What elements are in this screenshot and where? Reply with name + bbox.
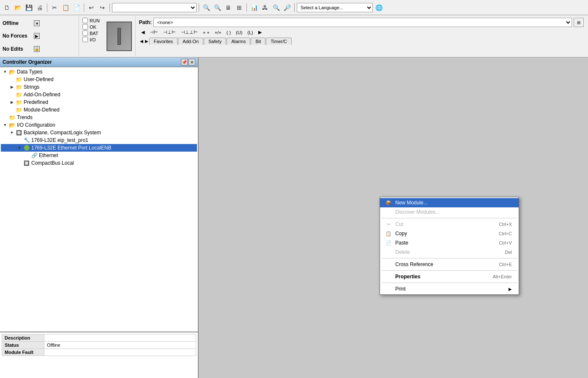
cut-btn[interactable]: ✂ — [49, 3, 60, 13]
forces-indicator[interactable]: ▶ — [34, 33, 40, 39]
ctx-print[interactable]: Print ▶ — [380, 284, 519, 294]
tree-item-ethernet[interactable]: 🔗 Ethernet — [1, 152, 197, 159]
ctx-delete[interactable]: Delete Del — [380, 247, 519, 257]
label-trends: Trends — [16, 114, 33, 120]
ladder-latch-btn[interactable]: (L) — [245, 29, 255, 36]
path-config-btn[interactable]: ⊞ — [574, 18, 584, 27]
io-checkbox[interactable] — [82, 37, 88, 42]
tree-item-io-config[interactable]: ▼ 📂 I/O Configuration — [1, 121, 197, 129]
tool4-btn[interactable]: ⊞ — [234, 3, 244, 13]
ctx-cross-ref-label: Cross Reference — [395, 261, 490, 267]
ctx-paste-shortcut: Ctrl+V — [499, 240, 512, 245]
ctx-new-module-label: New Module... — [395, 200, 503, 206]
tree-item-compactbus[interactable]: 🔲 CompactBus Local — [1, 159, 197, 167]
tree-item-strings[interactable]: ▶ 📁 Strings — [1, 83, 197, 91]
tab-favorites[interactable]: Favorites — [149, 38, 178, 45]
zoom-in-btn[interactable]: 🔍 — [271, 3, 281, 13]
tab-bit[interactable]: Bit — [251, 38, 265, 45]
print-btn[interactable]: 🖨 — [35, 3, 45, 13]
edits-indicator[interactable]: 🔒 — [34, 46, 40, 52]
ladder-contact-btn[interactable]: ⊣⊢ — [148, 29, 160, 36]
ctx-new-module[interactable]: 📦 New Module... — [380, 198, 519, 207]
ladder-contact2-btn[interactable]: ⊣⊥⊢ — [161, 29, 178, 36]
ok-checkbox[interactable] — [82, 24, 88, 30]
tree-item-1769-l32e-eth[interactable]: ▼ 🟢 1769-L32E Ethernet Port LocalENB — [1, 144, 197, 152]
tool1-btn[interactable]: 🔍 — [201, 3, 211, 13]
controller-organizer: Controller Organizer 📌 ✕ ▼ 📂 Data Types … — [0, 57, 199, 378]
tab-timer[interactable]: Timer/C — [266, 38, 292, 45]
ctx-properties[interactable]: Properties Alt+Enter — [380, 272, 519, 281]
ladder-next-btn[interactable]: ▶ — [256, 29, 264, 36]
tree-item-addon-defined[interactable]: 📁 Add-On-Defined — [1, 91, 197, 98]
open-btn[interactable]: 📂 — [13, 3, 23, 13]
new-btn[interactable]: 🗋 — [2, 3, 12, 13]
expand-addon-defined[interactable] — [8, 91, 15, 98]
expand-module-defined[interactable] — [8, 106, 15, 113]
expand-trends[interactable] — [2, 114, 8, 121]
run-checkbox[interactable] — [82, 18, 88, 23]
ladder-contact3-btn[interactable]: ⊣⊥⊥⊢ — [179, 29, 200, 36]
ladder-unlatch-btn[interactable]: (U) — [234, 29, 244, 36]
expand-data-types[interactable]: ▼ — [2, 68, 8, 75]
tool2-btn[interactable]: 🔍 — [212, 3, 222, 13]
ladder-prev-btn[interactable]: ◀ — [139, 29, 147, 36]
tab-safety[interactable]: Safety — [204, 38, 226, 45]
tree-item-module-defined[interactable]: 📁 Module-Defined — [1, 106, 197, 114]
expand-io-config[interactable]: ▼ — [2, 122, 8, 128]
path-combo[interactable]: <none> — [153, 18, 572, 27]
expand-compactbus[interactable] — [16, 160, 23, 166]
routine-combo[interactable] — [112, 3, 197, 12]
tree-item-1769-l32e[interactable]: 🔧 1769-L32E eip_test_pro1 — [1, 136, 197, 144]
save-btn[interactable]: 💾 — [24, 3, 34, 13]
expand-user-defined[interactable] — [8, 76, 15, 83]
label-1769-l32e: 1769-L32E eip_test_pro1 — [30, 137, 88, 143]
language-combo[interactable]: Select a Language... — [297, 3, 373, 12]
expand-backplane[interactable]: ▼ — [8, 129, 15, 136]
expand-1769-l32e-eth[interactable]: ▼ — [16, 144, 23, 151]
expand-strings[interactable]: ▶ — [8, 84, 15, 90]
copy-icon: 📋 — [384, 230, 393, 237]
tab-addon[interactable]: Add-On — [178, 38, 203, 45]
offline-indicator[interactable]: ▾ — [34, 20, 40, 26]
zoom-out-btn[interactable]: 🔎 — [282, 3, 292, 13]
folder-icon-addon-defined: 📁 — [15, 91, 23, 98]
tool6-btn[interactable]: 🖧 — [260, 3, 270, 13]
run-label: RUN — [90, 18, 100, 23]
tool5-btn[interactable]: 📊 — [249, 3, 259, 13]
tool3-btn[interactable]: 🖥 — [223, 3, 233, 13]
tree-item-predefined[interactable]: ▶ 📁 Predefined — [1, 98, 197, 106]
copy-btn[interactable]: 📋 — [60, 3, 71, 13]
ctx-copy[interactable]: 📋 Copy Ctrl+C — [380, 229, 519, 238]
globe-btn[interactable]: 🌐 — [374, 3, 384, 13]
paste-btn[interactable]: 📄 — [71, 3, 82, 13]
expand-predefined[interactable]: ▶ — [8, 99, 15, 106]
organizer-controls: 📌 ✕ — [181, 59, 195, 65]
organizer-close-btn[interactable]: ✕ — [189, 59, 195, 65]
tab-prev-btn[interactable]: ◀ — [139, 39, 144, 44]
undo-btn[interactable]: ↩ — [86, 3, 96, 13]
expand-1769-l32e[interactable] — [16, 137, 23, 144]
ctx-sep-2 — [382, 258, 517, 258]
tab-next-btn[interactable]: ▶ — [144, 39, 149, 44]
tree-item-trends[interactable]: 📁 Trends — [1, 114, 197, 121]
context-menu: 📦 New Module... Discover Modules... ✂ Cu… — [380, 197, 519, 295]
tab-alarms[interactable]: Alarms — [227, 38, 250, 45]
organizer-pin-btn[interactable]: 📌 — [181, 59, 188, 65]
ctx-discover-modules[interactable]: Discover Modules... — [380, 207, 519, 217]
ladder-coil-btn[interactable]: ( ) — [224, 29, 233, 36]
tree-item-user-defined[interactable]: 📁 User-Defined — [1, 76, 197, 83]
tree-item-backplane[interactable]: ▼ 🔲 Backplane, CompactLogix System — [1, 129, 197, 136]
content-area: 📦 New Module... Discover Modules... ✂ Cu… — [199, 57, 588, 378]
redo-btn[interactable]: ↪ — [97, 3, 107, 13]
bat-checkbox[interactable] — [82, 30, 88, 36]
ctx-paste[interactable]: 📄 Paste Ctrl+V — [380, 238, 519, 247]
no-forces-label: No Forces — [3, 33, 32, 39]
ladder-contact4-btn[interactable]: + + — [201, 29, 212, 36]
ctx-cross-reference[interactable]: Cross Reference Ctrl+E — [380, 260, 519, 269]
ctx-cut[interactable]: ✂ Cut Ctrl+X — [380, 220, 519, 229]
expand-ethernet[interactable] — [24, 152, 30, 159]
label-backplane: Backplane, CompactLogix System — [23, 130, 101, 136]
ladder-contact5-btn[interactable]: +/+ — [213, 29, 224, 36]
tree-item-data-types[interactable]: ▼ 📂 Data Types — [1, 68, 197, 76]
label-io-config: I/O Configuration — [16, 122, 55, 128]
